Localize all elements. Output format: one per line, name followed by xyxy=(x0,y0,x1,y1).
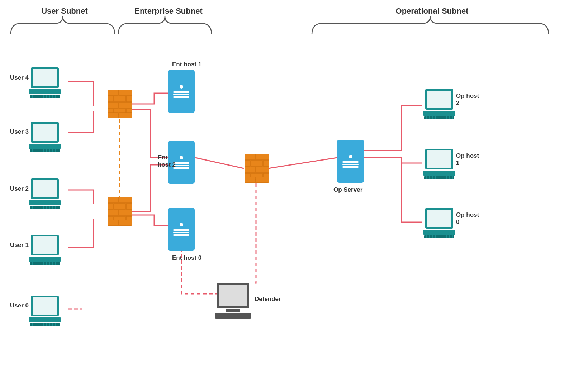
svg-rect-33 xyxy=(251,161,262,166)
svg-rect-15 xyxy=(119,113,132,118)
user2-keyboard xyxy=(29,200,61,205)
user0-keyboard xyxy=(29,317,61,322)
op-host1-keyboard xyxy=(423,171,455,176)
svg-rect-23 xyxy=(119,210,132,216)
op-host1-computer xyxy=(423,149,455,179)
user1-computer xyxy=(29,235,61,265)
svg-rect-4 xyxy=(108,90,118,95)
svg-rect-31 xyxy=(256,154,269,160)
user2-keys xyxy=(30,206,60,209)
operational-subnet-label: Operational Subnet xyxy=(316,6,549,16)
svg-rect-14 xyxy=(108,113,118,118)
op-server xyxy=(337,140,364,183)
op-host0-keyboard xyxy=(423,230,455,235)
user1-monitor xyxy=(31,235,59,255)
svg-rect-8 xyxy=(126,96,132,102)
user4-keyboard xyxy=(29,89,61,94)
user3-computer xyxy=(29,122,61,152)
firewall3 xyxy=(245,154,269,183)
svg-line-1 xyxy=(195,158,244,168)
user0-keys xyxy=(30,323,60,326)
svg-rect-18 xyxy=(119,197,132,203)
user1-keyboard xyxy=(29,257,61,262)
user0-label: User 0 xyxy=(10,302,29,309)
user-subnet-label: User Subnet xyxy=(11,6,118,16)
ent-host0-server xyxy=(168,208,195,251)
svg-rect-32 xyxy=(245,161,250,166)
op-host1-keys xyxy=(424,176,454,179)
defender-monitor xyxy=(217,283,249,308)
op-host2-computer xyxy=(423,89,455,119)
op-host2-keyboard xyxy=(423,111,455,116)
op-host0-monitor xyxy=(425,208,453,229)
svg-rect-19 xyxy=(108,204,113,209)
op-host0-label: Op host0 xyxy=(456,211,479,226)
user4-keys xyxy=(30,95,60,98)
defender-computer xyxy=(215,283,251,319)
op-host1-label: Op host1 xyxy=(456,152,479,167)
svg-rect-40 xyxy=(245,177,255,183)
op-host1-monitor xyxy=(425,149,453,169)
ent-host1-label: Ent host 1 xyxy=(172,61,201,68)
op-server-label: Op Server xyxy=(333,186,362,193)
svg-rect-17 xyxy=(108,197,118,203)
user2-label: User 2 xyxy=(10,185,29,192)
svg-rect-34 xyxy=(263,161,269,166)
svg-rect-27 xyxy=(108,220,118,226)
firewall1 xyxy=(108,90,132,118)
user2-computer xyxy=(29,178,61,209)
svg-line-2 xyxy=(268,158,337,168)
connections-layer xyxy=(0,0,588,368)
svg-rect-10 xyxy=(119,102,132,108)
op-host0-computer xyxy=(423,208,455,238)
svg-rect-20 xyxy=(114,204,125,209)
svg-rect-6 xyxy=(108,96,113,102)
svg-rect-41 xyxy=(256,177,269,183)
svg-rect-21 xyxy=(126,204,132,209)
user3-label: User 3 xyxy=(10,128,29,135)
ent-host1-server xyxy=(168,70,195,113)
op-host2-label: Op host2 xyxy=(456,92,479,107)
svg-rect-28 xyxy=(119,220,132,226)
user0-monitor xyxy=(31,296,59,316)
svg-rect-35 xyxy=(245,167,255,173)
user1-label: User 1 xyxy=(10,242,29,249)
user4-monitor xyxy=(31,67,59,88)
user4-label: User 4 xyxy=(10,74,29,81)
user3-monitor xyxy=(31,122,59,143)
ent-host2-label: Enthost 2 xyxy=(158,154,176,168)
user3-keyboard xyxy=(29,144,61,149)
svg-rect-30 xyxy=(245,154,255,160)
defender-base xyxy=(226,309,240,312)
svg-rect-7 xyxy=(114,96,125,102)
op-host2-keys xyxy=(424,116,454,119)
ent-host0-label: Ent host 0 xyxy=(172,254,201,262)
user2-monitor xyxy=(31,178,59,199)
defender-keyboard xyxy=(215,313,251,319)
op-host2-monitor xyxy=(425,89,453,110)
svg-rect-5 xyxy=(119,90,132,95)
firewall2 xyxy=(108,197,132,226)
user1-keys xyxy=(30,262,60,265)
network-diagram: User Subnet Enterprise Subnet Operationa… xyxy=(0,0,588,368)
enterprise-subnet-label: Enterprise Subnet xyxy=(122,6,215,16)
user4-computer xyxy=(29,67,61,98)
svg-rect-22 xyxy=(108,210,118,216)
defender-label: Defender xyxy=(255,296,281,303)
svg-rect-36 xyxy=(256,167,269,173)
user0-computer xyxy=(29,296,61,326)
svg-rect-9 xyxy=(108,102,118,108)
user3-keys xyxy=(30,149,60,152)
op-host0-keys xyxy=(424,235,454,238)
